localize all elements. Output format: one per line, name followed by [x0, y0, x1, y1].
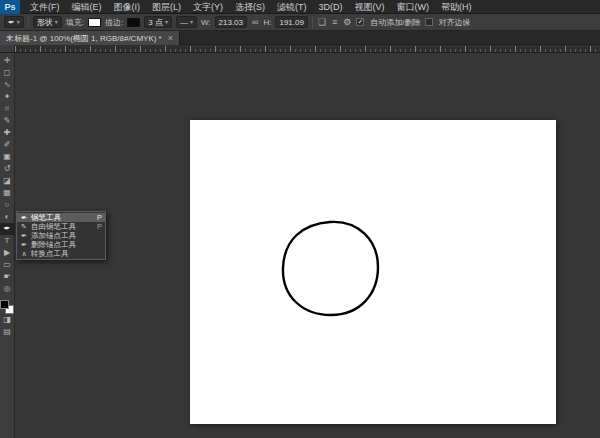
height-label: H:: [263, 18, 271, 27]
pen-tool-icon: ✒: [8, 17, 15, 28]
stroke-width-field[interactable]: 3 点 ▾: [144, 16, 172, 28]
convert-point-tool-icon: ∧: [20, 250, 28, 258]
tool-mode-value: 形状: [37, 17, 53, 28]
pen-tool-icon: ✒: [20, 214, 28, 222]
document-tab[interactable]: 未标题-1 @ 100%(椭圆 1, RGB/8#/CMYK) * ×: [0, 31, 180, 45]
menu-edit[interactable]: 编辑(E): [66, 0, 108, 14]
history-brush-tool[interactable]: ↺: [0, 163, 15, 175]
height-value: 191.09: [279, 17, 303, 28]
quick-selection-tool[interactable]: ✦: [0, 91, 15, 103]
separator: [28, 16, 29, 28]
path-operations-icon[interactable]: ❏: [317, 17, 327, 27]
chevron-down-icon: ▾: [17, 17, 20, 28]
menu-window[interactable]: 窗口(W): [391, 0, 436, 14]
flyout-item-convert-point-tool[interactable]: ∧ 转换点工具: [17, 249, 105, 258]
link-dimensions-icon[interactable]: ∞: [251, 17, 259, 27]
auto-add-delete-label: 自动添加/删除: [370, 17, 420, 28]
blur-tool[interactable]: ○: [0, 199, 15, 211]
flyout-item-shortcut: P: [97, 213, 102, 222]
width-label: W:: [201, 18, 211, 27]
width-value: 213.03: [219, 17, 243, 28]
tools-panel: ✛ ◻ ∿ ✦ ⌗ ✎ ✚ ✐ ▣ ↺ ◪ ▦ ○ ◐ ✒ T ▶ ▭ ☛ ◎ …: [0, 53, 15, 438]
chevron-down-icon: ▾: [165, 17, 168, 28]
lasso-tool[interactable]: ∿: [0, 79, 15, 91]
move-tool[interactable]: ✛: [0, 55, 15, 67]
tool-preset-dropdown[interactable]: ✒ ▾: [4, 16, 24, 28]
pen-tool[interactable]: ✒: [0, 223, 15, 235]
menu-3d[interactable]: 3D(D): [313, 0, 349, 14]
stroke-style-dropdown[interactable]: — ▾: [176, 16, 197, 28]
rectangle-tool[interactable]: ▭: [0, 259, 15, 271]
delete-anchor-tool-icon: ✒: [20, 241, 28, 249]
eraser-tool[interactable]: ◪: [0, 175, 15, 187]
zoom-tool[interactable]: ◎: [0, 283, 15, 295]
menu-type[interactable]: 文字(Y): [187, 0, 229, 14]
ellipse-shape: [190, 120, 556, 424]
path-selection-tool[interactable]: ▶: [0, 247, 15, 259]
close-icon[interactable]: ×: [168, 34, 173, 42]
menu-help[interactable]: 帮助(H): [435, 0, 478, 14]
stroke-swatch[interactable]: [127, 18, 140, 27]
menu-image[interactable]: 图像(I): [108, 0, 147, 14]
ruler-corner: [0, 45, 15, 53]
eyedropper-tool[interactable]: ✎: [0, 115, 15, 127]
menu-view[interactable]: 视图(V): [349, 0, 391, 14]
stroke-label: 描边:: [105, 17, 123, 28]
freeform-pen-tool-icon: ✎: [20, 223, 28, 231]
screen-mode-button[interactable]: ▤: [0, 326, 15, 338]
gear-icon[interactable]: ⚙: [342, 17, 352, 27]
menu-bar: Ps 文件(F) 编辑(E) 图像(I) 图层(L) 文字(Y) 选择(S) 滤…: [0, 0, 600, 14]
spot-healing-brush-tool[interactable]: ✚: [0, 127, 15, 139]
clone-stamp-tool[interactable]: ▣: [0, 151, 15, 163]
tool-mode-select[interactable]: 形状 ▾: [33, 16, 62, 28]
stroke-style-line-icon: —: [180, 17, 188, 28]
chevron-down-icon: ▾: [55, 17, 58, 28]
document-tab-bar: 未标题-1 @ 100%(椭圆 1, RGB/8#/CMYK) * ×: [0, 31, 600, 45]
rectangular-marquee-tool[interactable]: ◻: [0, 67, 15, 79]
fill-swatch[interactable]: [88, 18, 101, 27]
brush-tool[interactable]: ✐: [0, 139, 15, 151]
auto-add-delete-checkbox[interactable]: ✓: [356, 18, 364, 26]
stroke-width-value: 3 点: [148, 17, 163, 28]
hand-tool[interactable]: ☛: [0, 271, 15, 283]
menu-select[interactable]: 选择(S): [229, 0, 271, 14]
quick-mask-button[interactable]: ◨: [0, 314, 15, 326]
tool-options-bar: ✒ ▾ 形状 ▾ 填充: 描边: 3 点 ▾ — ▾ W: 213.03 ∞ H…: [0, 14, 600, 31]
foreground-color-swatch[interactable]: [0, 300, 9, 309]
separator: [312, 16, 313, 28]
gradient-tool[interactable]: ▦: [0, 187, 15, 199]
pen-tool-flyout-menu: ✒ 钢笔工具 P ✎ 自由钢笔工具 P ✒ 添加锚点工具 ✒ 删除锚点工具 ∧ …: [16, 211, 106, 260]
crop-tool[interactable]: ⌗: [0, 103, 15, 115]
fill-label: 填充:: [66, 17, 84, 28]
add-anchor-tool-icon: ✒: [20, 232, 28, 240]
menu-layer[interactable]: 图层(L): [146, 0, 187, 14]
path-alignment-icon[interactable]: ≡: [331, 17, 338, 27]
menu-filter[interactable]: 滤镜(T): [271, 0, 313, 14]
type-tool[interactable]: T: [0, 235, 15, 247]
flyout-item-label: 转换点工具: [31, 249, 99, 259]
align-edges-label: 对齐边缘: [439, 17, 471, 28]
chevron-down-icon: ▾: [190, 17, 193, 28]
photoshop-logo: Ps: [0, 0, 20, 14]
width-field[interactable]: 213.03: [215, 16, 247, 28]
menu-file[interactable]: 文件(F): [24, 0, 66, 14]
document-canvas[interactable]: [190, 120, 556, 424]
color-swatches: [0, 300, 14, 314]
align-edges-checkbox[interactable]: [425, 18, 433, 26]
document-tab-title: 未标题-1 @ 100%(椭圆 1, RGB/8#/CMYK) *: [6, 33, 162, 44]
photoshop-window: Ps 文件(F) 编辑(E) 图像(I) 图层(L) 文字(Y) 选择(S) 滤…: [0, 0, 600, 438]
height-field[interactable]: 191.09: [275, 16, 307, 28]
horizontal-ruler[interactable]: [15, 45, 600, 53]
ruler-major-ticks: [15, 46, 600, 52]
dodge-tool[interactable]: ◐: [0, 211, 15, 223]
